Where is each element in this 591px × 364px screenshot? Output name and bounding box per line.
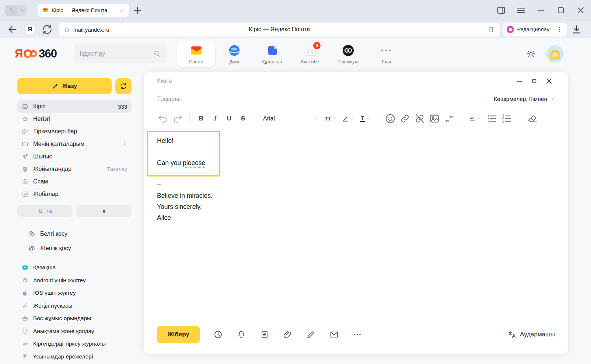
font-family-select[interactable]: Arial bbox=[263, 115, 318, 122]
sidebar-item-attachments[interactable]: Тіркемелері бар bbox=[17, 125, 132, 138]
numbered-list-icon[interactable]: 123 bbox=[501, 113, 513, 125]
sidebar-item-spam[interactable]: Спам bbox=[17, 175, 132, 188]
link-icon[interactable] bbox=[399, 113, 411, 125]
link-language[interactable]: Қазақша bbox=[17, 261, 132, 274]
align-icon bbox=[469, 115, 476, 122]
search-icon[interactable] bbox=[153, 50, 161, 57]
send-button[interactable]: Жіберу bbox=[157, 326, 200, 343]
service-premium[interactable]: Премиум bbox=[329, 41, 367, 67]
translator-button[interactable]: Аудармашы bbox=[507, 330, 555, 339]
more-actions-icon[interactable] bbox=[353, 330, 362, 339]
refresh-button[interactable] bbox=[115, 78, 132, 94]
signature-line: Alice bbox=[157, 213, 213, 224]
font-size-select[interactable]: Tt bbox=[325, 115, 336, 122]
quote-button[interactable]: „” bbox=[443, 113, 455, 125]
service-more[interactable]: Тағы bbox=[367, 41, 405, 67]
signature-icon[interactable] bbox=[306, 330, 316, 339]
strikethrough-button[interactable]: S bbox=[238, 115, 249, 122]
link-light-version[interactable]: Жеңіл нұсқасы bbox=[17, 300, 132, 312]
link-vacancies[interactable]: Бос жұмыс орындары bbox=[17, 312, 132, 325]
bold-button[interactable]: B bbox=[196, 115, 207, 122]
tab-close-icon[interactable] bbox=[119, 8, 125, 13]
edit-label: Редакциялау bbox=[517, 27, 549, 32]
add-tag-button[interactable]: Белгі қосу bbox=[17, 227, 132, 241]
insert-image-icon[interactable] bbox=[429, 113, 440, 125]
window-minimize-icon[interactable] bbox=[536, 5, 546, 15]
clear-format-icon[interactable] bbox=[527, 113, 538, 125]
compose-restore-icon[interactable] bbox=[530, 77, 539, 85]
sidebar-item-trash[interactable]: Жойылғандар Тазалау bbox=[17, 163, 132, 175]
chevron-down-icon[interactable] bbox=[17, 8, 27, 13]
clear-trash-link[interactable]: Тазалау bbox=[107, 166, 127, 172]
compose-close-icon[interactable] bbox=[545, 77, 553, 85]
notify-icon[interactable] bbox=[237, 330, 246, 339]
tab-group-button[interactable]: 1 bbox=[5, 5, 27, 16]
search-input[interactable]: Іздестіру bbox=[74, 45, 167, 63]
align-select[interactable] bbox=[469, 115, 482, 122]
sidebar-item-sent[interactable]: Шығыс bbox=[17, 150, 132, 163]
to-field[interactable]: Кімге bbox=[144, 72, 568, 90]
window-close-icon[interactable] bbox=[576, 5, 586, 15]
underline-button[interactable]: U bbox=[224, 115, 235, 122]
unlink-icon[interactable] bbox=[414, 113, 426, 125]
sidebar-item-my-folders[interactable]: Менің қалталарым bbox=[17, 138, 132, 150]
bookmark-filter[interactable]: 16 bbox=[17, 205, 73, 217]
add-folder-icon[interactable] bbox=[121, 141, 127, 147]
service-calendar[interactable]: 4 Күнтізбе bbox=[291, 41, 329, 67]
envelope-icon[interactable] bbox=[329, 330, 339, 339]
service-disk[interactable]: Диск bbox=[215, 41, 253, 67]
gear-icon[interactable] bbox=[526, 49, 536, 59]
tab-strip: 1 Кіріс — Яндекс Пошта bbox=[0, 0, 591, 21]
bookmark-icon[interactable] bbox=[488, 26, 494, 33]
sidebar-item-drafts[interactable]: Жобалар bbox=[17, 188, 132, 200]
text-color-select[interactable]: T bbox=[360, 115, 371, 122]
attach-file-icon[interactable] bbox=[283, 330, 293, 339]
services-bar: Пошта Диск Құжаттар 4 Күнтізбе Премиум bbox=[177, 41, 405, 67]
link-login-journal[interactable]: Кіргендерді тіркеу журналы bbox=[17, 337, 132, 350]
downloads-icon[interactable] bbox=[571, 24, 582, 35]
window-maximize-icon[interactable] bbox=[556, 5, 566, 15]
subject-field[interactable]: Тақырып Көшірмелер, Кімнен bbox=[144, 90, 568, 108]
email-body[interactable]: Hello! Can you pleeese -- Believe in mir… bbox=[157, 136, 213, 223]
browser-tab[interactable]: Кіріс — Яндекс Пошта bbox=[38, 4, 129, 17]
service-docs[interactable]: Құжаттар bbox=[253, 41, 291, 67]
dot-filter[interactable] bbox=[76, 205, 132, 217]
side-panel-icon[interactable] bbox=[496, 5, 506, 15]
link-recommendation-rules[interactable]: Ұсынымдар ережелері bbox=[17, 350, 132, 363]
yandex360-logo[interactable]: Я 360 bbox=[15, 47, 57, 60]
service-mail[interactable]: Пошта bbox=[177, 41, 215, 67]
star-icon bbox=[22, 116, 28, 122]
more-options-icon[interactable] bbox=[556, 26, 563, 33]
reload-icon[interactable] bbox=[41, 24, 53, 35]
y360-glyph-icon bbox=[23, 48, 38, 60]
highlight-color-select[interactable] bbox=[342, 115, 354, 122]
cc-from-toggle[interactable]: Көшірмелер, Кімнен bbox=[494, 96, 555, 102]
new-tab-button[interactable] bbox=[132, 5, 143, 16]
emoji-icon[interactable] bbox=[384, 113, 396, 125]
pencil-icon bbox=[52, 83, 59, 90]
browser-menu-icon[interactable] bbox=[516, 5, 526, 15]
inbox-count: 333 bbox=[118, 104, 127, 110]
bookmark-count: 16 bbox=[46, 208, 53, 214]
avatar[interactable] bbox=[546, 45, 563, 62]
schedule-send-icon[interactable] bbox=[213, 330, 223, 339]
refresh-icon bbox=[120, 83, 127, 90]
undo-icon[interactable] bbox=[157, 113, 169, 125]
address-bar[interactable]: mail.yandex.ru Кіріс — Яндекс Пошта bbox=[59, 23, 500, 36]
compose-button[interactable]: Жазу bbox=[17, 78, 112, 94]
link-android[interactable]: Android үшін жүктеу bbox=[17, 274, 132, 287]
italic-button[interactable]: I bbox=[210, 115, 221, 122]
bullet-list-icon[interactable] bbox=[486, 113, 498, 125]
sidebar-item-main[interactable]: Негізгі bbox=[17, 113, 132, 125]
link-help[interactable]: Анықтама және қолдау bbox=[17, 325, 132, 338]
inbox-icon bbox=[22, 103, 28, 110]
template-icon[interactable] bbox=[260, 330, 269, 339]
yandex-home-button[interactable]: Я bbox=[24, 24, 35, 35]
add-mailbox-button[interactable]: @ Жәшік қосу bbox=[17, 241, 132, 255]
sidebar-item-inbox[interactable]: Кіріс 333 bbox=[17, 100, 132, 113]
compose-minimize-icon[interactable] bbox=[515, 77, 524, 85]
back-icon[interactable] bbox=[7, 24, 18, 35]
edit-page-button[interactable]: Редакциялау bbox=[503, 23, 567, 36]
link-ios[interactable]: IOS үшін жүктеу bbox=[17, 287, 132, 300]
redo-icon[interactable] bbox=[172, 113, 183, 125]
